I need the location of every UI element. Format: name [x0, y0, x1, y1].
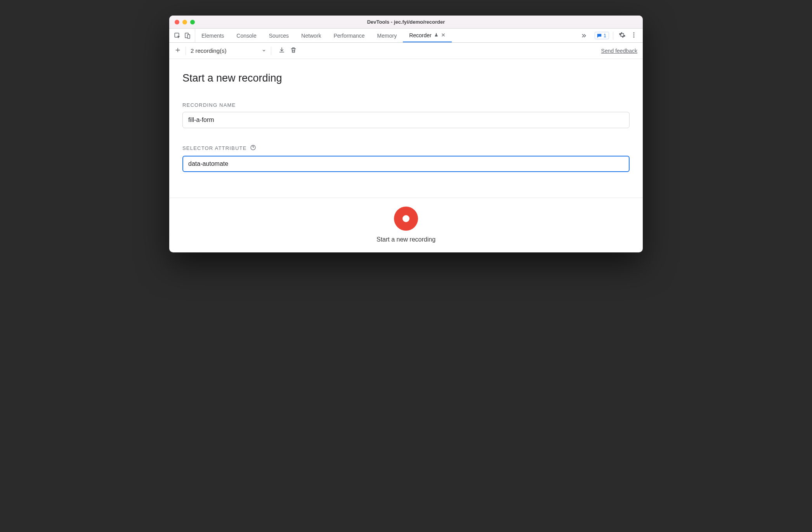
kebab-menu-icon[interactable] — [629, 31, 639, 40]
window-close-button[interactable] — [175, 20, 179, 24]
delete-icon[interactable] — [288, 47, 299, 55]
selector-attribute-input[interactable] — [182, 156, 630, 172]
selector-attribute-label: Selector Attribute — [182, 144, 630, 152]
panel-tabs: Elements Console Sources Network Perform… — [195, 29, 577, 42]
window-zoom-button[interactable] — [190, 20, 195, 24]
selector-attribute-field: Selector Attribute — [182, 144, 630, 172]
tab-sources[interactable]: Sources — [263, 29, 295, 42]
start-recording-label: Start a new recording — [377, 236, 435, 243]
separator — [186, 47, 186, 55]
recorder-footer: Start a new recording — [169, 198, 643, 252]
tab-performance[interactable]: Performance — [327, 29, 371, 42]
svg-rect-2 — [187, 35, 190, 38]
new-recording-icon[interactable] — [175, 47, 181, 54]
tab-label: Sources — [269, 33, 289, 39]
close-icon[interactable] — [441, 32, 446, 38]
recordings-dropdown[interactable]: 2 recording(s) — [191, 47, 266, 54]
recorder-toolbar: 2 recording(s) Send feedback — [169, 43, 643, 59]
traffic-lights — [169, 20, 195, 24]
tab-label: Performance — [333, 33, 364, 39]
window-title: DevTools - jec.fyi/demo/recorder — [169, 19, 643, 25]
chevron-down-icon — [262, 47, 266, 54]
device-toolbar-icon[interactable] — [184, 32, 191, 39]
separator — [271, 47, 271, 55]
tabstrip-right-tools: 1 — [591, 29, 643, 42]
titlebar: DevTools - jec.fyi/demo/recorder — [169, 16, 643, 29]
recording-name-label: Recording Name — [182, 102, 630, 108]
recordings-count-label: 2 recording(s) — [191, 47, 227, 54]
svg-point-3 — [633, 32, 635, 33]
start-recording-button[interactable] — [394, 207, 418, 231]
tab-elements[interactable]: Elements — [195, 29, 230, 42]
more-tabs-button[interactable] — [577, 29, 591, 42]
devtools-window: DevTools - jec.fyi/demo/recorder Element… — [169, 16, 643, 252]
help-icon[interactable] — [250, 144, 256, 152]
recording-name-field: Recording Name — [182, 102, 630, 128]
separator — [613, 32, 613, 40]
tab-network[interactable]: Network — [295, 29, 327, 42]
experiment-icon — [434, 32, 439, 38]
tab-label: Console — [236, 33, 256, 39]
tab-label: Recorder — [409, 32, 432, 38]
svg-point-5 — [633, 37, 635, 38]
issues-count: 1 — [604, 33, 606, 38]
inspect-element-icon[interactable] — [174, 32, 181, 39]
tab-label: Elements — [201, 33, 224, 39]
tab-label: Memory — [377, 33, 397, 39]
record-icon — [403, 215, 409, 222]
svg-point-4 — [633, 35, 635, 36]
recording-name-input[interactable] — [182, 112, 630, 128]
tab-recorder[interactable]: Recorder — [403, 29, 452, 42]
panel-tabstrip: Elements Console Sources Network Perform… — [169, 29, 643, 43]
tab-label: Network — [301, 33, 321, 39]
issues-button[interactable]: 1 — [595, 32, 609, 39]
settings-icon[interactable] — [617, 31, 627, 40]
send-feedback-link[interactable]: Send feedback — [601, 48, 637, 54]
export-icon[interactable] — [276, 47, 288, 55]
tab-console[interactable]: Console — [230, 29, 262, 42]
tab-memory[interactable]: Memory — [371, 29, 403, 42]
window-minimize-button[interactable] — [182, 20, 187, 24]
recorder-create-panel: Start a new recording Recording Name Sel… — [169, 59, 643, 198]
page-heading: Start a new recording — [182, 72, 630, 84]
selector-attribute-label-text: Selector Attribute — [182, 145, 247, 151]
tabstrip-left-tools — [169, 29, 195, 42]
